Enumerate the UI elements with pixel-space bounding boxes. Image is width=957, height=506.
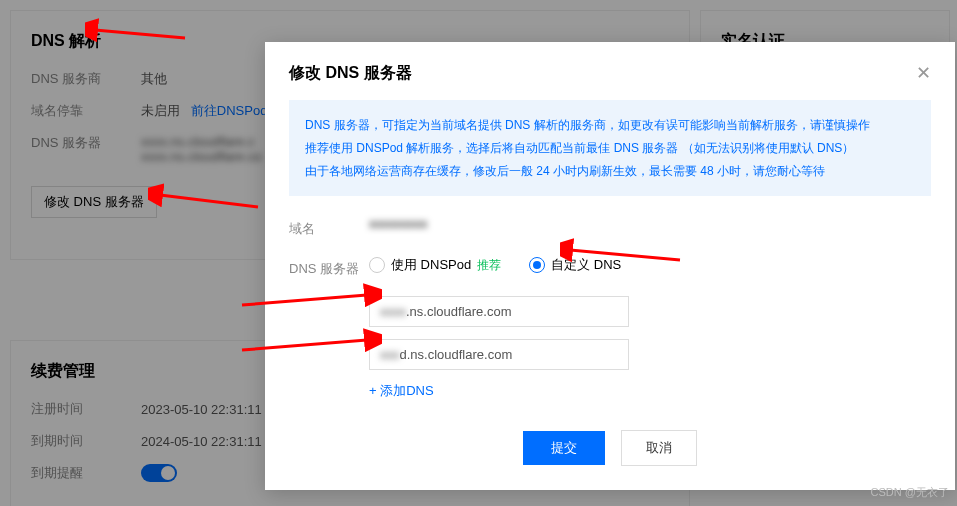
info-line-3: 由于各地网络运营商存在缓存，修改后一般 24 小时内刷新生效，最长需要 48 小… [305,160,915,183]
cancel-button[interactable]: 取消 [621,430,697,466]
dns-inputs-group: xxxx.ns.cloudflare.com xxxd.ns.cloudflar… [369,296,955,370]
radio-circle-icon [369,257,385,273]
dns-radio-label: DNS 服务器 [289,256,369,278]
domain-value: xxxxxxxxx [369,216,931,231]
radio-dnspod[interactable]: 使用 DNSPod 推荐 [369,256,501,274]
radio-custom[interactable]: 自定义 DNS [529,256,621,274]
modal-title: 修改 DNS 服务器 [289,63,412,84]
domain-label: 域名 [289,216,369,238]
recommend-badge: 推荐 [477,257,501,274]
info-notice: DNS 服务器，可指定为当前域名提供 DNS 解析的服务商，如更改有误可能影响当… [289,100,931,196]
dns-server-radio-row: DNS 服务器 使用 DNSPod 推荐 自定义 DNS [265,256,955,278]
close-icon[interactable]: ✕ [916,62,931,84]
submit-button[interactable]: 提交 [523,431,605,465]
add-dns-button[interactable]: + 添加DNS [369,382,955,400]
radio-dnspod-label: 使用 DNSPod [391,256,471,274]
dns-input-1[interactable]: xxxx.ns.cloudflare.com [369,296,629,327]
radio-group: 使用 DNSPod 推荐 自定义 DNS [369,256,931,274]
radio-custom-label: 自定义 DNS [551,256,621,274]
watermark: CSDN @无衣了 [871,485,949,500]
domain-row: 域名 xxxxxxxxx [265,216,955,238]
dns-input-2[interactable]: xxxd.ns.cloudflare.com [369,339,629,370]
info-line-1: DNS 服务器，可指定为当前域名提供 DNS 解析的服务商，如更改有误可能影响当… [305,114,915,137]
radio-circle-checked-icon [529,257,545,273]
modify-dns-modal: 修改 DNS 服务器 ✕ DNS 服务器，可指定为当前域名提供 DNS 解析的服… [265,42,955,490]
info-line-2: 推荐使用 DNSPod 解析服务，选择后将自动匹配当前最佳 DNS 服务器 （如… [305,137,915,160]
modal-footer: 提交 取消 [265,430,955,466]
modal-header: 修改 DNS 服务器 ✕ [265,42,955,100]
